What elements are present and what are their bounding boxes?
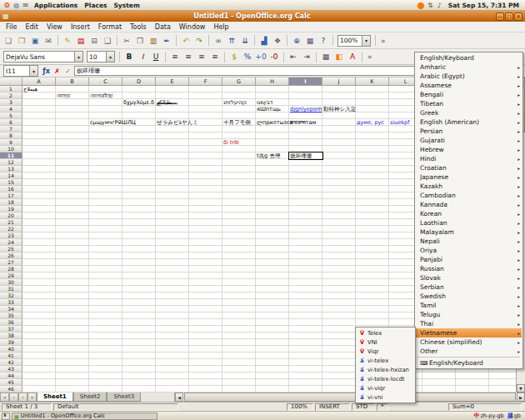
navigator-icon[interactable]: ⊕ <box>290 34 303 48</box>
gallery-icon[interactable]: ▦ <box>303 34 317 48</box>
sheet-tab-sheet3[interactable]: Sheet3 <box>107 392 141 402</box>
status-page-style[interactable]: Default <box>53 403 178 411</box>
cell-G6[interactable]: 十月フモ倒 <box>223 119 251 126</box>
cut-icon[interactable]: ✂ <box>120 34 133 48</box>
insert-chart-icon[interactable]: ▟ <box>258 34 271 48</box>
column-header-k[interactable]: K <box>356 78 389 86</box>
language-menu-item-panjabi[interactable]: Panjabi▸ <box>416 255 522 264</box>
align-center-icon[interactable]: ≡ <box>182 50 195 63</box>
language-menu-item-greek[interactable]: Greek▸ <box>416 108 522 118</box>
row-header-7[interactable]: 7 <box>0 126 22 132</box>
scim-chinese-input-indicator[interactable]: 中 <box>472 412 480 420</box>
row-header-40[interactable]: 40 <box>0 346 22 352</box>
font-size-combo[interactable]: 10▾ <box>87 51 115 62</box>
row-header-46[interactable]: 46 <box>0 386 22 392</box>
horizontal-scroll-thumb[interactable] <box>184 392 516 402</box>
update-notifier-icon[interactable]: ⬤ <box>417 1 426 10</box>
column-header-h[interactable]: H <box>256 78 289 86</box>
language-menu-item-cambodian[interactable]: Cambodian▸ <box>416 191 522 200</box>
row-header-33[interactable]: 33 <box>0 299 22 306</box>
page-preview-icon[interactable]: ❑ <box>101 34 114 48</box>
row-header-16[interactable]: 16 <box>0 186 22 192</box>
column-header-c[interactable]: C <box>89 78 122 86</box>
sheet-tab-sheet1[interactable]: Sheet1 <box>37 392 73 402</box>
row-header-24[interactable]: 24 <box>0 239 22 246</box>
undo-icon[interactable]: ↶ <box>179 34 192 48</box>
font-color-icon[interactable]: A <box>346 50 359 63</box>
draw-functions-icon[interactable]: ❖ <box>271 34 284 48</box>
toolbar-more-icon[interactable]: » <box>378 37 388 45</box>
function-wizard-icon[interactable]: ƒx <box>41 68 52 75</box>
email-icon[interactable]: ✉ <box>42 34 55 48</box>
row-header-30[interactable]: 30 <box>0 279 22 286</box>
tab-splitter[interactable] <box>141 392 174 402</box>
language-menu-item-oriya[interactable]: Oriya▸ <box>416 246 522 255</box>
language-menu-item-malayalam[interactable]: Malayalam▸ <box>416 228 522 237</box>
row-header-12[interactable]: 12 <box>0 159 22 166</box>
language-menu-item-thai[interactable]: Thai▸ <box>416 319 522 328</box>
font-name-combo[interactable]: DejaVu Sans▾ <box>3 51 83 62</box>
sheet-tab-sheet2[interactable]: Sheet2 <box>73 392 108 402</box>
language-menu-item-other[interactable]: Other▸ <box>416 347 522 356</box>
browser-icon[interactable]: ◍ <box>12 1 21 10</box>
row-header-37[interactable]: 37 <box>0 326 22 332</box>
cell-E6[interactable]: ぜラみビsヤんミ <box>157 119 198 126</box>
menu-data[interactable]: Data <box>151 23 175 31</box>
row-header-2[interactable]: 2 <box>0 92 22 99</box>
help-icon[interactable]: ? <box>317 34 330 48</box>
language-menu-item-bengali[interactable]: Bengali▸ <box>416 90 522 99</box>
row-header-42[interactable]: 42 <box>0 359 22 366</box>
language-menu-item-assamese[interactable]: Assamese▸ <box>416 81 522 90</box>
sort-ascending-icon[interactable]: ⇈ <box>225 34 238 48</box>
cell-C6[interactable]: сμщумчгРйШЛЦ <box>90 119 136 126</box>
row-header-10[interactable]: 10 <box>0 146 22 152</box>
row-header-28[interactable]: 28 <box>0 266 22 272</box>
column-header-i[interactable]: I <box>289 78 322 86</box>
cell-K6[interactable]: думе, рус <box>357 119 384 126</box>
cell-G3[interactable]: כןהיעלזחנ <box>223 99 247 106</box>
percent-format-icon[interactable]: % <box>241 50 254 63</box>
column-header-d[interactable]: D <box>122 78 156 86</box>
panel-clock[interactable]: Sat Sep 15, 7:31 PM <box>445 2 522 9</box>
edit-file-icon[interactable]: ✎ <box>61 34 74 48</box>
vietnamese-im-vi-vni[interactable]: ấvi-vni <box>357 392 414 402</box>
save-icon[interactable]: ▣ <box>28 34 42 48</box>
chevron-down-icon[interactable]: ▾ <box>106 52 114 62</box>
cell-J4[interactable]: 勅特神シ入定 <box>323 106 356 112</box>
sort-descending-icon[interactable]: ⇊ <box>238 34 252 48</box>
language-menu-item-amharic[interactable]: Amharic▸ <box>416 62 522 72</box>
cancel-icon[interactable]: ✗ <box>52 68 62 75</box>
cell-A1[interactable]: هيملاج <box>23 86 38 92</box>
cell-H6[interactable]: ლприлтызск <box>257 119 293 126</box>
language-menu-item-tibetan[interactable]: Tibetan▸ <box>416 99 522 108</box>
scroll-left-icon[interactable]: ◀ <box>175 392 183 402</box>
language-menu-item-gujarati[interactable]: Gujarati▸ <box>416 136 522 145</box>
italic-icon[interactable]: I <box>136 50 149 63</box>
column-header-j[interactable]: J <box>322 78 356 86</box>
row-header-21[interactable]: 21 <box>0 219 22 226</box>
menu-help[interactable]: Help <box>209 23 232 31</box>
delete-decimal-icon[interactable]: -0 <box>268 50 281 63</box>
language-menu-item-serbian[interactable]: Serbian▸ <box>416 282 522 292</box>
language-menu-item-english-keyboard[interactable]: English/Keyboard <box>416 53 522 62</box>
row-header-22[interactable]: 22 <box>0 226 22 232</box>
scroll-down-icon[interactable]: ▼ <box>517 384 525 392</box>
bold-icon[interactable]: B <box>122 50 136 63</box>
vietnamese-im-telex[interactable]: ṼTelex <box>357 328 414 338</box>
language-menu-item-kannada[interactable]: Kannada▸ <box>416 200 522 209</box>
row-header-23[interactable]: 23 <box>0 232 22 239</box>
language-menu-item-hindi[interactable]: Hindi▸ <box>416 154 522 163</box>
row-header-26[interactable]: 26 <box>0 252 22 259</box>
vietnamese-im-vi-viqr[interactable]: ấvi-viqr <box>357 383 414 392</box>
status-insert-mode[interactable]: INSERT <box>315 403 350 411</box>
row-header-44[interactable]: 44 <box>0 372 22 379</box>
status-sum[interactable]: Sum=0 <box>448 403 522 411</box>
row-header-18[interactable]: 18 <box>0 199 22 206</box>
language-menu-item-croatian[interactable]: Croatian▸ <box>416 163 522 172</box>
minimize-button[interactable]: — <box>496 12 504 21</box>
panel-menu-applications[interactable]: Applications <box>31 2 81 9</box>
cell-I6[interactable]: कचकष्मтам <box>290 119 316 126</box>
open-icon[interactable]: ❒ <box>15 34 28 48</box>
name-box[interactable]: I11 ▾ <box>3 65 38 77</box>
distro-logo-icon[interactable]: ❂ <box>2 1 12 10</box>
